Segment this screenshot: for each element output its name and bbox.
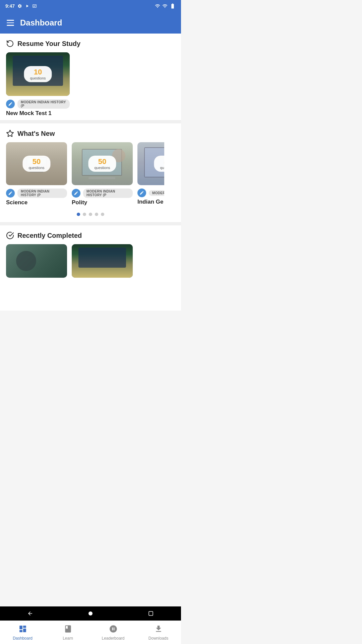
recently-completed-title: Recently Completed <box>6 231 175 239</box>
polity-card-tag: MODERN INDIAN HISTORY (P <box>83 189 133 198</box>
science-card-tag: MODERN INDIAN HISTORY (P <box>17 189 67 198</box>
polity-card-title: Polity <box>72 199 133 206</box>
science-card-meta: MODERN INDIAN HISTORY (P <box>6 189 67 198</box>
indian-ge-pencil-icon <box>137 189 146 197</box>
dot-2[interactable] <box>83 213 86 216</box>
indian-ge-card-title: Indian Ge <box>137 199 164 205</box>
new-card-polity[interactable]: 50 questions MODERN INDIAN HISTORY (P Po… <box>72 142 133 206</box>
science-card-image: 50 questions <box>6 142 67 185</box>
dot-1[interactable] <box>77 213 80 216</box>
resume-study-section: Resume Your Study 10 questions MODERN IN… <box>0 34 181 120</box>
polity-pencil-icon <box>72 189 80 198</box>
recently-completed-section: Recently Completed <box>0 225 181 284</box>
header-title: Dashboard <box>20 18 62 28</box>
whats-new-title: What's New <box>6 129 175 138</box>
indian-ge-card-image: 50 questions <box>137 142 164 185</box>
new-card-indian-ge[interactable]: 50 questions MODER Indian Ge <box>137 142 164 206</box>
svg-point-10 <box>16 251 36 271</box>
recent-card-2-image <box>72 244 133 278</box>
carousel-dots <box>6 209 175 219</box>
pencil-icon <box>6 100 15 108</box>
section-divider-1 <box>0 120 181 123</box>
indian-ge-card-tag: MODER <box>149 190 164 196</box>
resume-card-title: New Mock Test 1 <box>6 110 70 117</box>
science-card-title: Science <box>6 199 67 206</box>
svg-marker-0 <box>7 130 13 137</box>
svg-rect-6 <box>88 177 115 179</box>
resume-card-meta: MODERN INDIAN HISTORY (P <box>6 99 70 109</box>
dot-3[interactable] <box>89 213 92 216</box>
resume-card-tag: MODERN INDIAN HISTORY (P <box>17 99 70 109</box>
recent-card-2[interactable] <box>72 244 133 278</box>
polity-card-meta: MODERN INDIAN HISTORY (P <box>72 189 133 198</box>
indian-ge-questions-badge: 50 questions <box>154 156 164 172</box>
gear-icon <box>17 4 22 8</box>
polity-card-image: 50 questions <box>72 142 133 185</box>
resume-card[interactable]: 10 questions MODERN INDIAN HISTORY (P Ne… <box>6 52 70 117</box>
indian-ge-card-meta: MODER <box>137 189 164 197</box>
id-icon <box>32 4 37 8</box>
recent-card-1[interactable] <box>6 244 67 278</box>
check-circle-icon <box>6 231 14 239</box>
status-time: 9:47 <box>5 3 15 9</box>
main-content: Resume Your Study 10 questions MODERN IN… <box>0 34 181 311</box>
status-icons <box>155 3 176 9</box>
recent-card-1-image <box>6 244 67 278</box>
science-questions-badge: 50 questions <box>22 156 50 172</box>
resume-questions-badge: 10 questions <box>24 66 52 82</box>
play-icon <box>25 4 29 8</box>
star-icon <box>6 129 14 138</box>
new-card-science[interactable]: 50 questions MODERN INDIAN HISTORY (P Sc… <box>6 142 67 206</box>
resume-card-image: 10 questions <box>6 52 70 96</box>
resume-study-title: Resume Your Study <box>6 40 175 48</box>
menu-button[interactable] <box>7 20 14 26</box>
section-divider-2 <box>0 222 181 225</box>
resume-icon <box>6 40 14 48</box>
whats-new-scroll: 50 questions MODERN INDIAN HISTORY (P Sc… <box>6 142 175 209</box>
app-header: Dashboard <box>0 12 181 34</box>
dot-4[interactable] <box>95 213 98 216</box>
science-pencil-icon <box>6 189 15 198</box>
status-bar: 9:47 <box>0 0 181 12</box>
svg-rect-11 <box>6 244 67 278</box>
whats-new-section: What's New 50 questions <box>0 123 181 222</box>
recently-completed-scroll <box>6 244 175 280</box>
dot-5[interactable] <box>101 213 104 216</box>
battery-icon <box>170 3 176 9</box>
signal-icon <box>162 3 168 9</box>
wifi-icon <box>155 3 160 9</box>
polity-questions-badge: 50 questions <box>88 156 116 172</box>
